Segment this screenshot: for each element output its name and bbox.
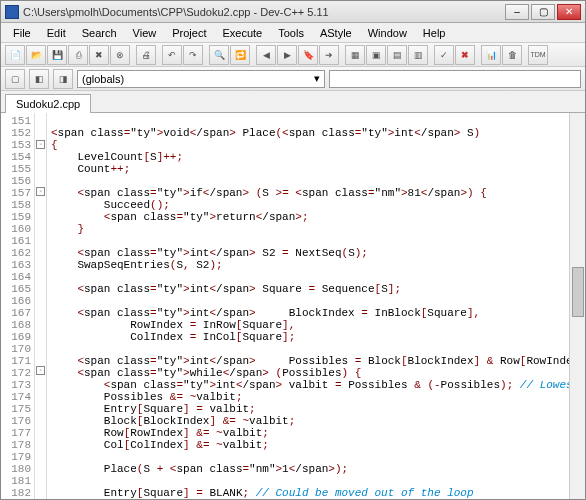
redo-icon[interactable]: ↷ [183, 45, 203, 65]
menu-project[interactable]: Project [164, 25, 214, 41]
toggle-icon[interactable]: ◨ [53, 69, 73, 89]
minimize-button[interactable]: – [505, 4, 529, 20]
window-title: C:\Users\pmolh\Documents\CPP\Sudoku2.cpp… [23, 6, 505, 18]
menu-tools[interactable]: Tools [270, 25, 312, 41]
new-class-icon[interactable]: ▢ [5, 69, 25, 89]
app-icon [5, 5, 19, 19]
stop-icon[interactable]: ✖ [455, 45, 475, 65]
scope-dropdown[interactable]: (globals) ▾ [77, 70, 325, 88]
new-file-icon[interactable]: 📄 [5, 45, 25, 65]
toolbar-main: 📄 📂 💾 ⎙ ✖ ⊗ 🖨 ↶ ↷ 🔍 🔁 ◀ ▶ 🔖 ➜ ▦ ▣ ▤ ▥ ✓ … [1, 43, 585, 67]
menu-search[interactable]: Search [74, 25, 125, 41]
close-button[interactable]: ✕ [557, 4, 581, 20]
save-all-icon[interactable]: ⎙ [68, 45, 88, 65]
menu-view[interactable]: View [125, 25, 165, 41]
close-all-icon[interactable]: ⊗ [110, 45, 130, 65]
run-icon[interactable]: ▣ [366, 45, 386, 65]
delete-profile-icon[interactable]: 🗑 [502, 45, 522, 65]
menu-execute[interactable]: Execute [214, 25, 270, 41]
code-editor[interactable]: <span class="ty">void</span> Place(<span… [47, 113, 569, 499]
goto-icon[interactable]: ➜ [319, 45, 339, 65]
menu-file[interactable]: File [5, 25, 39, 41]
toolbar-scope: ▢ ◧ ◨ (globals) ▾ [1, 67, 585, 91]
rebuild-icon[interactable]: ▥ [408, 45, 428, 65]
scope-value: (globals) [82, 73, 124, 85]
menu-edit[interactable]: Edit [39, 25, 74, 41]
menu-window[interactable]: Window [360, 25, 415, 41]
undo-icon[interactable]: ↶ [162, 45, 182, 65]
title-bar: C:\Users\pmolh\Documents\CPP\Sudoku2.cpp… [1, 1, 585, 23]
print-icon[interactable]: 🖨 [136, 45, 156, 65]
compile-icon[interactable]: ▦ [345, 45, 365, 65]
menu-astyle[interactable]: AStyle [312, 25, 360, 41]
maximize-button[interactable]: ▢ [531, 4, 555, 20]
tab-sudoku2[interactable]: Sudoku2.cpp [5, 94, 91, 113]
back-icon[interactable]: ◀ [256, 45, 276, 65]
line-number-gutter: 151 152 153 154 155 156 157 158 159 160 … [1, 113, 35, 499]
insert-icon[interactable]: ◧ [29, 69, 49, 89]
scroll-thumb[interactable] [572, 267, 584, 317]
forward-icon[interactable]: ▶ [277, 45, 297, 65]
chevron-down-icon: ▾ [314, 72, 320, 85]
menu-bar: File Edit Search View Project Execute To… [1, 23, 585, 43]
menu-help[interactable]: Help [415, 25, 454, 41]
tab-bar: Sudoku2.cpp [1, 91, 585, 113]
close-file-icon[interactable]: ✖ [89, 45, 109, 65]
bookmark-icon[interactable]: 🔖 [298, 45, 318, 65]
profile-icon[interactable]: 📊 [481, 45, 501, 65]
compile-run-icon[interactable]: ▤ [387, 45, 407, 65]
save-icon[interactable]: 💾 [47, 45, 67, 65]
editor-area: 151 152 153 154 155 156 157 158 159 160 … [1, 113, 585, 499]
vertical-scrollbar[interactable] [569, 113, 585, 499]
find-icon[interactable]: 🔍 [209, 45, 229, 65]
fold-column: --- [35, 113, 47, 499]
tdm-icon[interactable]: TDM [528, 45, 548, 65]
open-icon[interactable]: 📂 [26, 45, 46, 65]
member-dropdown[interactable] [329, 70, 581, 88]
replace-icon[interactable]: 🔁 [230, 45, 250, 65]
debug-icon[interactable]: ✓ [434, 45, 454, 65]
